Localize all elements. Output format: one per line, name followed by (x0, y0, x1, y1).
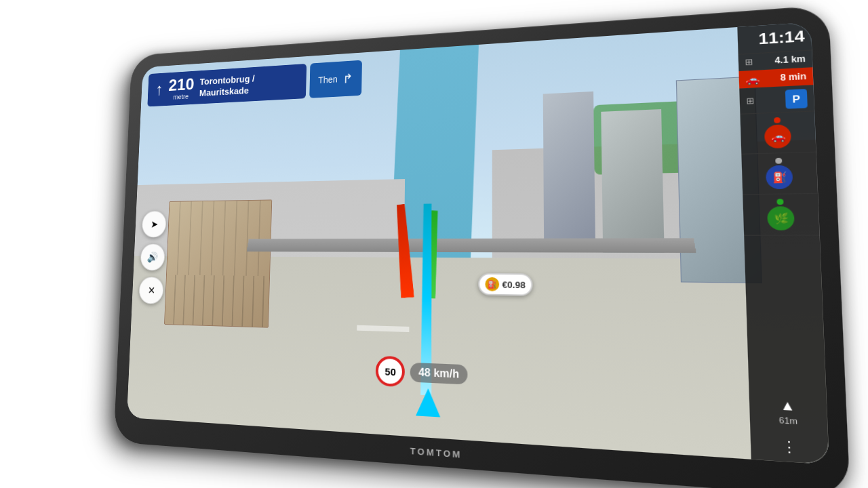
building-3 (543, 92, 595, 245)
nav-arrow (416, 388, 441, 417)
historic-building (164, 199, 272, 327)
compass-distance: 61m (779, 415, 798, 426)
volume-icon: 🔊 (147, 251, 159, 263)
side-poi-green: 🌿 (743, 194, 819, 236)
current-time: 11:14 (744, 28, 805, 48)
car-icon: 🚗 (745, 73, 760, 85)
gas-icon: ⛽ (486, 277, 500, 291)
current-speed: 48 km/h (410, 363, 468, 385)
parking-block: ⊞ P (739, 85, 814, 115)
parking-dist-icon: ⊞ (746, 96, 754, 106)
direction-arrow-up: ↑ (155, 80, 163, 99)
distance-display: 210 metre (168, 76, 195, 101)
car-poi-icon: 🚗 (764, 124, 791, 148)
time-block: 11:14 (737, 22, 812, 55)
compass-arrow-icon: ▲ (780, 397, 796, 415)
bridge (247, 239, 696, 253)
street-name: Torontobrug / Mauritskade (199, 73, 255, 99)
navigate-button[interactable]: ➤ (142, 211, 167, 238)
device-body: ⛽ €0.98 50 48 km/h ➤ (113, 5, 850, 488)
left-controls: ➤ 🔊 ✕ (138, 211, 166, 304)
green-poi-icon: 🌿 (767, 206, 795, 230)
poi-dot-red (774, 117, 781, 123)
right-panel: 11:14 ⊞ 4.1 km 🚗 8 min ⊞ P (737, 22, 829, 465)
eta-minutes: 8 min (780, 71, 806, 83)
more-button[interactable]: ⋮ (750, 430, 829, 465)
more-icon: ⋮ (781, 439, 797, 455)
map-screen: ⛽ €0.98 50 48 km/h ➤ (127, 22, 829, 465)
then-label: Then (318, 74, 338, 85)
speed-limit-area: 50 48 km/h (376, 356, 468, 390)
distance-panel-icon: ⊞ (745, 57, 753, 67)
gas-price: €0.98 (502, 279, 526, 290)
side-poi-car: 🚗 (740, 111, 816, 154)
side-poi-gas: ⛽ (741, 152, 818, 195)
distance-number: 210 (168, 76, 195, 94)
screen-bezel: ⛽ €0.98 50 48 km/h ➤ (127, 22, 829, 465)
volume-button[interactable]: 🔊 (140, 243, 165, 270)
poi-dot-green (776, 199, 783, 205)
then-arrow-icon: ↱ (342, 70, 353, 86)
parking-icon: P (785, 89, 808, 109)
building-2 (601, 109, 664, 253)
poi-gas-station[interactable]: ⛽ €0.98 (479, 273, 533, 296)
speed-limit-sign: 50 (376, 356, 405, 388)
distance-unit: metre (173, 93, 189, 101)
close-icon: ✕ (147, 285, 155, 297)
compass-block: ▲ 61m (749, 390, 827, 434)
gas-poi-icon: ⛽ (766, 165, 793, 189)
then-panel[interactable]: Then ↱ (309, 60, 362, 98)
brand-label: TOMTOM (410, 446, 462, 460)
device-wrapper: ⛽ €0.98 50 48 km/h ➤ (61, 14, 807, 474)
distance-remaining: 4.1 km (774, 54, 806, 66)
close-button[interactable]: ✕ (138, 277, 163, 304)
navigate-icon: ➤ (151, 218, 158, 230)
poi-dot-gray (775, 158, 782, 164)
